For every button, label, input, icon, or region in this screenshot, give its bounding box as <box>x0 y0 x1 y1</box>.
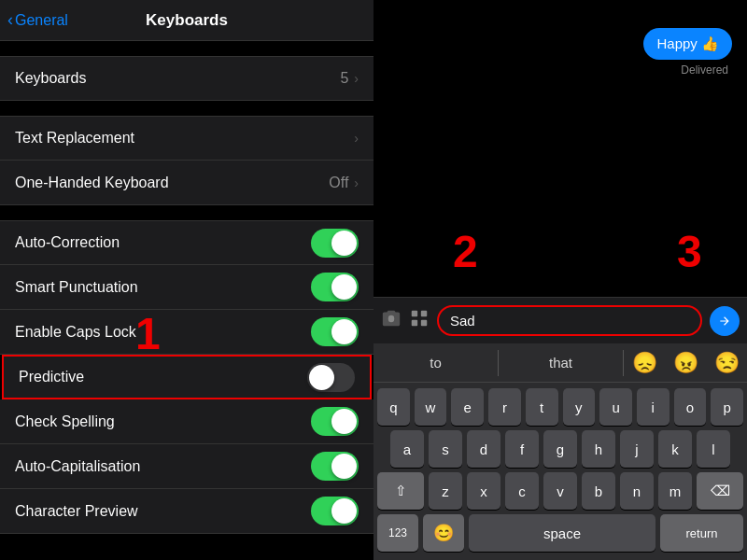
messages-panel: Happy 👍 Delivered 2 3 to that 😞 😠 😒 q w <box>374 0 747 560</box>
key-u[interactable]: u <box>599 388 632 426</box>
key-o[interactable]: o <box>674 388 707 426</box>
key-d[interactable]: d <box>467 430 500 468</box>
auto-capitalisation-toggle[interactable] <box>311 452 359 481</box>
send-button[interactable] <box>710 306 740 336</box>
key-m[interactable]: m <box>658 472 692 510</box>
character-preview-label: Character Preview <box>15 503 311 520</box>
toggle-knob <box>331 231 357 256</box>
auto-capitalisation-row[interactable]: Auto-Capitalisation <box>0 444 374 489</box>
key-row-4: 123 😊 space return <box>377 514 743 552</box>
svg-rect-4 <box>412 320 417 326</box>
predictive-bar: to that 😞 😠 😒 <box>374 343 747 383</box>
auto-correction-toggle[interactable] <box>311 229 359 258</box>
one-handed-keyboard-row[interactable]: One-Handed Keyboard Off › <box>0 161 374 205</box>
nav-bar: ‹ General Keyboards <box>0 0 374 41</box>
shift-key[interactable]: ⇧ <box>377 472 424 510</box>
numbers-key[interactable]: 123 <box>377 514 418 552</box>
key-h[interactable]: h <box>582 430 615 468</box>
one-handed-label: One-Handed Keyboard <box>15 175 329 191</box>
one-handed-chevron-icon: › <box>354 175 359 190</box>
character-preview-toggle[interactable] <box>311 497 359 525</box>
key-s[interactable]: s <box>429 430 462 468</box>
pred-emoji-2[interactable]: 😠 <box>665 351 706 375</box>
enable-caps-lock-row[interactable]: Enable Caps Lock <box>0 310 374 355</box>
text-replacement-row[interactable]: Text Replacement › <box>0 116 374 161</box>
space-key[interactable]: space <box>469 514 655 552</box>
delete-key[interactable]: ⌫ <box>697 472 743 510</box>
pred-word-1[interactable]: to <box>374 355 498 371</box>
predictive-toggle[interactable] <box>307 363 355 392</box>
enable-caps-lock-toggle[interactable] <box>311 317 359 346</box>
key-q[interactable]: q <box>377 388 410 426</box>
key-c[interactable]: c <box>505 472 539 510</box>
toggle-knob <box>331 454 357 479</box>
key-x[interactable]: x <box>467 472 500 510</box>
key-w[interactable]: w <box>415 388 447 426</box>
key-z[interactable]: z <box>429 472 462 510</box>
keyboards-value: 5 <box>340 70 348 87</box>
predictive-row[interactable]: Predictive <box>2 355 372 399</box>
svg-rect-2 <box>412 311 417 316</box>
key-row-2: a s d f g h j k l <box>377 430 743 468</box>
camera-button[interactable] <box>381 308 402 333</box>
key-y[interactable]: y <box>563 388 596 426</box>
key-i[interactable]: i <box>637 388 669 426</box>
key-k[interactable]: k <box>658 430 692 468</box>
pred-word-2[interactable]: that <box>499 355 623 371</box>
keyboards-label: Keyboards <box>15 70 340 87</box>
toggle-knob <box>331 498 357 524</box>
toggle-knob <box>309 365 334 390</box>
key-n[interactable]: n <box>620 472 654 510</box>
section-toggles: Auto-Correction Smart Punctuation Enable… <box>0 220 374 534</box>
pred-emoji-1[interactable]: 😞 <box>624 351 665 375</box>
toggle-knob <box>331 319 357 344</box>
pred-emoji-3[interactable]: 😒 <box>706 351 747 375</box>
key-e[interactable]: e <box>451 388 484 426</box>
character-preview-row[interactable]: Character Preview <box>0 489 374 534</box>
check-spelling-toggle[interactable] <box>311 407 359 436</box>
svg-rect-3 <box>421 311 427 316</box>
predictive-label: Predictive <box>19 369 307 385</box>
smart-punctuation-row[interactable]: Smart Punctuation <box>0 265 374 310</box>
page-title: Keyboards <box>146 11 228 30</box>
message-bubble: Happy 👍 <box>643 28 732 60</box>
key-t[interactable]: t <box>526 388 558 426</box>
text-replacement-chevron-icon: › <box>354 131 359 146</box>
key-j[interactable]: j <box>620 430 654 468</box>
nav-back-button[interactable]: ‹ General <box>7 10 68 30</box>
key-a[interactable]: a <box>390 430 424 468</box>
message-input[interactable] <box>437 305 702 336</box>
toggle-knob <box>331 409 357 434</box>
back-chevron-icon: ‹ <box>7 10 13 30</box>
keyboard: q w e r t y u i o p a s d f g h j k l ⇧ … <box>374 383 747 560</box>
key-g[interactable]: g <box>543 430 577 468</box>
emoji-key[interactable]: 😊 <box>423 514 464 552</box>
key-p[interactable]: p <box>711 388 743 426</box>
auto-correction-label: Auto-Correction <box>15 234 311 251</box>
text-replacement-label: Text Replacement <box>15 130 354 147</box>
key-b[interactable]: b <box>582 472 615 510</box>
smart-punctuation-label: Smart Punctuation <box>15 279 311 296</box>
key-l[interactable]: l <box>697 430 730 468</box>
keyboards-row[interactable]: Keyboards 5 › <box>0 56 374 101</box>
check-spelling-row[interactable]: Check Spelling <box>0 399 374 444</box>
key-f[interactable]: f <box>505 430 539 468</box>
section-text: Text Replacement › One-Handed Keyboard O… <box>0 116 374 205</box>
return-key[interactable]: return <box>660 514 743 552</box>
key-r[interactable]: r <box>488 388 521 426</box>
one-handed-value: Off <box>329 175 348 191</box>
input-bar <box>374 297 747 343</box>
svg-rect-5 <box>421 320 427 326</box>
auto-correction-row[interactable]: Auto-Correction <box>0 220 374 265</box>
settings-list: Keyboards 5 › Text Replacement › One-Han… <box>0 41 374 560</box>
key-row-3: ⇧ z x c v b n m ⌫ <box>377 472 743 510</box>
enable-caps-lock-label: Enable Caps Lock <box>15 324 311 341</box>
keyboards-chevron-icon: › <box>354 71 359 86</box>
back-label: General <box>15 12 68 29</box>
section-keyboards: Keyboards 5 › <box>0 56 374 101</box>
smart-punctuation-toggle[interactable] <box>311 273 359 301</box>
key-row-1: q w e r t y u i o p <box>377 388 743 426</box>
app-drawer-button[interactable] <box>409 308 430 333</box>
toggle-knob <box>331 274 357 300</box>
key-v[interactable]: v <box>543 472 577 510</box>
